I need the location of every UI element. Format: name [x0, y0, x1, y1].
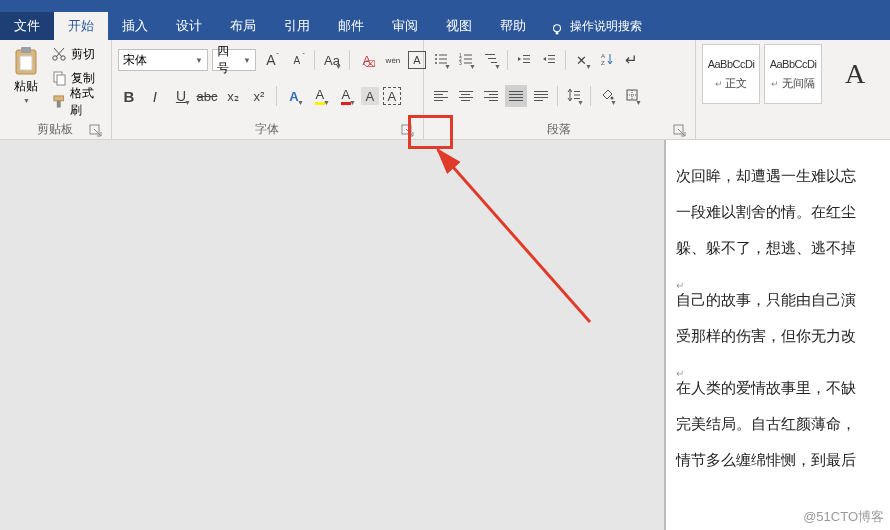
page-gutter [0, 140, 665, 530]
group-font: 宋体 ▼ 四号 ▼ Aˆ Aˇ Aa▼ A⌫ wén A B I U▼ [112, 40, 424, 139]
decrease-indent-button[interactable] [513, 49, 535, 71]
font-name-combo[interactable]: 宋体 ▼ [118, 49, 208, 71]
align-distribute-icon [534, 89, 548, 103]
clipboard-dialog-launcher[interactable] [89, 124, 103, 138]
tab-layout[interactable]: 布局 [216, 12, 270, 40]
tab-review[interactable]: 审阅 [378, 12, 432, 40]
svg-point-17 [435, 58, 437, 60]
paste-button[interactable]: 粘贴 ▼ [6, 42, 47, 104]
tab-insert[interactable]: 插入 [108, 12, 162, 40]
group-paragraph: ▼ 123 ▼ ▼ ✕▼ AZ ↵ [424, 40, 696, 139]
align-justify-button[interactable] [505, 85, 527, 107]
shading-button[interactable]: ▼ [596, 85, 618, 107]
group-styles: AaBbCcDi 正文 AaBbCcDi 无间隔 A [696, 40, 890, 139]
outdent-icon [517, 52, 531, 69]
increase-indent-button[interactable] [538, 49, 560, 71]
format-painter-button[interactable]: 格式刷 [51, 92, 105, 112]
tab-help[interactable]: 帮助 [486, 12, 540, 40]
separator [314, 50, 315, 70]
chevron-down-icon: ▼ [23, 97, 30, 104]
svg-rect-4 [20, 56, 32, 70]
tell-me-label: 操作说明搜索 [570, 12, 642, 40]
align-left-icon [434, 89, 448, 103]
align-justify-icon [509, 89, 523, 103]
separator [590, 86, 591, 106]
format-painter-label: 格式刷 [70, 85, 105, 119]
svg-rect-34 [548, 58, 555, 59]
underline-button[interactable]: U▼ [170, 85, 192, 107]
indent-icon [542, 52, 556, 69]
ribbon-tabs: 文件 开始 插入 设计 布局 引用 邮件 审阅 视图 帮助 操作说明搜索 [0, 12, 890, 40]
align-right-icon [484, 89, 498, 103]
svg-rect-32 [523, 62, 530, 63]
enclose-char-button[interactable]: A [408, 51, 426, 69]
show-marks-button[interactable]: ↵ [621, 49, 643, 71]
svg-rect-30 [523, 55, 530, 56]
clear-format-button[interactable]: A⌫ [356, 49, 378, 71]
separator [349, 50, 350, 70]
group-label-paragraph: 段落 [430, 121, 689, 139]
borders-button[interactable]: ▼ [621, 85, 643, 107]
group-label-font: 字体 [118, 121, 417, 139]
style-heading-peek[interactable]: A [826, 44, 884, 104]
svg-rect-10 [57, 75, 65, 85]
align-right-button[interactable] [480, 85, 502, 107]
style-sample: AaBbCcDi [708, 58, 755, 70]
cut-label: 剪切 [71, 46, 95, 63]
multilevel-list-button[interactable]: ▼ [480, 49, 502, 71]
tab-view[interactable]: 视图 [432, 12, 486, 40]
tab-home[interactable]: 开始 [54, 12, 108, 40]
phonetic-guide-button[interactable]: wén [382, 49, 404, 71]
change-case-button[interactable]: Aa▼ [321, 49, 343, 71]
font-color-button[interactable]: A▼ [335, 85, 357, 107]
align-center-button[interactable] [455, 85, 477, 107]
highlight-button[interactable]: A▼ [309, 85, 331, 107]
tab-design[interactable]: 设计 [162, 12, 216, 40]
text-effects-button[interactable]: A▼ [283, 85, 305, 107]
grow-font-button[interactable]: Aˆ [260, 49, 282, 71]
strike-button[interactable]: abc [196, 85, 218, 107]
numbering-button[interactable]: 123 ▼ [455, 49, 477, 71]
svg-rect-12 [56, 101, 60, 108]
tab-file[interactable]: 文件 [0, 12, 54, 40]
svg-rect-28 [488, 58, 496, 59]
svg-rect-11 [54, 96, 64, 101]
paragraph-dialog-launcher[interactable] [673, 124, 687, 138]
tab-mailings[interactable]: 邮件 [324, 12, 378, 40]
svg-text:A: A [601, 53, 605, 59]
italic-button[interactable]: I [144, 85, 166, 107]
sort-icon: AZ [600, 52, 614, 69]
tell-me-search[interactable]: 操作说明搜索 [540, 12, 652, 40]
bold-button[interactable]: B [118, 85, 140, 107]
char-border-button[interactable]: A [383, 87, 401, 105]
selected-text-line: 自己的故事，只能由自己演 [676, 291, 856, 308]
style-no-spacing[interactable]: AaBbCcDi 无间隔 [764, 44, 822, 104]
title-strip [0, 0, 890, 12]
font-dialog-launcher[interactable] [401, 124, 415, 138]
paragraph-mark: ↵ [676, 266, 890, 282]
style-normal[interactable]: AaBbCcDi 正文 [702, 44, 760, 104]
svg-rect-1 [556, 32, 559, 35]
tab-references[interactable]: 引用 [270, 12, 324, 40]
sort-button[interactable]: AZ [596, 49, 618, 71]
char-shading-button[interactable]: A [361, 87, 379, 105]
font-size-combo[interactable]: 四号 ▼ [212, 49, 256, 71]
align-left-button[interactable] [430, 85, 452, 107]
align-distribute-button[interactable] [530, 85, 552, 107]
svg-text:Z: Z [601, 60, 605, 66]
svg-rect-3 [21, 47, 31, 53]
shrink-font-button[interactable]: Aˇ [286, 49, 308, 71]
paste-icon [12, 46, 40, 76]
document-page[interactable]: 次回眸，却遭遇一生难以忘 一段难以割舍的情。在红尘 躲、躲不了，想逃、逃不掉 ↵… [665, 140, 890, 530]
cut-button[interactable]: 剪切 [51, 44, 105, 64]
line-spacing-button[interactable]: ▼ [563, 85, 585, 107]
brush-icon [51, 94, 66, 110]
bullets-button[interactable]: ▼ [430, 49, 452, 71]
subscript-button[interactable]: x₂ [222, 85, 244, 107]
svg-rect-27 [485, 54, 495, 55]
text-direction-button[interactable]: ✕▼ [571, 49, 593, 71]
svg-rect-18 [439, 58, 447, 59]
superscript-button[interactable]: x² [248, 85, 270, 107]
font-size-value: 四号 [217, 43, 239, 77]
group-label-clipboard: 剪贴板 [6, 121, 105, 139]
